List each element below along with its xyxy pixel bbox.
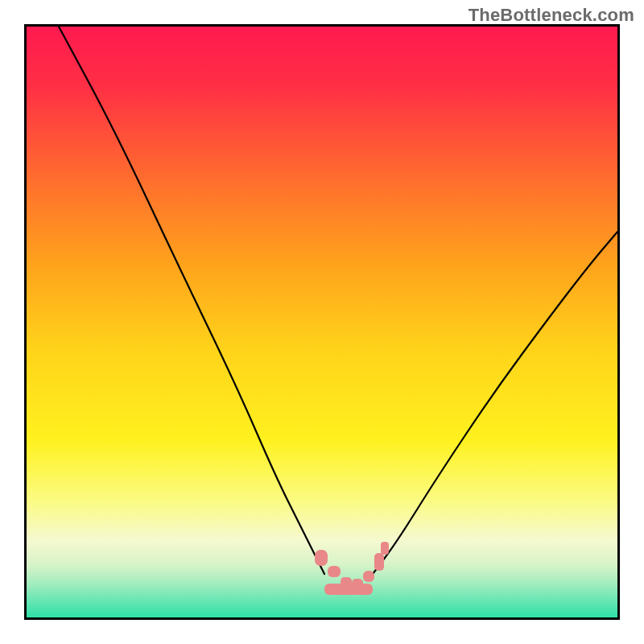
bottleneck-curve [27,27,617,617]
valley-segment [352,579,363,588]
valley-segment [315,550,328,566]
valley-segment [363,571,374,582]
valley-segment [374,553,384,571]
curve-left-segment [59,27,324,574]
chart-frame: TheBottleneck.com [0,0,644,644]
curve-right-segment [373,232,617,574]
watermark-text: TheBottleneck.com [469,5,634,26]
valley-segment [324,584,373,595]
valley-marker [315,542,389,595]
valley-segment [328,566,341,577]
valley-segment [381,542,389,555]
plot-area [24,24,620,620]
